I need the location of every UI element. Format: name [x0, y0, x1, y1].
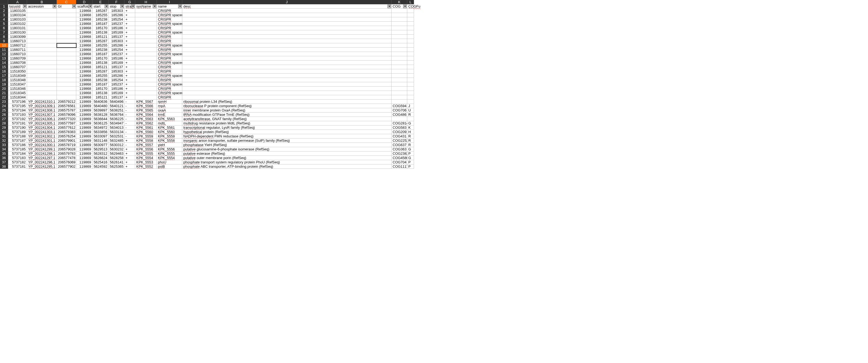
cell-F14[interactable]: 185169 — [109, 61, 124, 65]
cell-J21[interactable] — [182, 91, 392, 95]
cell-K27[interactable] — [392, 117, 407, 121]
cell-A2[interactable]: 11803105 — [8, 9, 27, 13]
cell-F35[interactable]: 5629463 — [109, 151, 124, 156]
cell-I16[interactable]: CRISPR — [157, 69, 182, 73]
row-header-9[interactable]: 9 — [0, 39, 8, 43]
cell-E27[interactable]: 5636644 — [92, 117, 109, 121]
cell-I27[interactable]: KPK_5563 — [157, 117, 182, 121]
cell-B7[interactable] — [27, 30, 57, 35]
row-header-36[interactable]: 36 — [0, 156, 8, 160]
cell-I11[interactable]: CRISPR — [157, 48, 182, 52]
row-header-21[interactable]: 21 — [0, 91, 8, 95]
cell-E5[interactable]: 185187 — [92, 22, 109, 26]
cell-J38[interactable]: phosphate ABC transporter, ATP-binding p… — [182, 164, 392, 169]
cell-F17[interactable]: 185286 — [109, 73, 124, 78]
cell-A22[interactable]: 11518344 — [8, 95, 27, 99]
cell-F28[interactable]: 5634947 — [109, 121, 124, 125]
cell-H19[interactable] — [135, 82, 157, 87]
cell-H37[interactable]: KPK_5553 — [135, 160, 157, 164]
cell-D36[interactable]: 119869 — [76, 156, 92, 160]
cell-C26[interactable]: 206578096 — [57, 113, 76, 117]
cell-K3[interactable] — [392, 13, 407, 17]
cell-I3[interactable]: CRISPR spacer — [157, 13, 182, 17]
cell-G11[interactable]: + — [124, 48, 135, 52]
cell-J25[interactable]: inner membrane protein OxaA (RefSeq) — [182, 108, 392, 113]
cell-L3[interactable] — [407, 13, 414, 17]
cell-K21[interactable] — [392, 91, 407, 95]
cell-K4[interactable] — [392, 17, 407, 22]
cell-I34[interactable]: KPK_5556 — [157, 147, 182, 151]
cell-A13[interactable]: 11660709 — [8, 56, 27, 61]
cell-K20[interactable] — [392, 87, 407, 91]
header-cell-accession[interactable]: accession — [27, 4, 57, 9]
cell-B8[interactable] — [27, 35, 57, 39]
cell-J13[interactable] — [182, 56, 392, 61]
cell-A17[interactable]: 11518349 — [8, 73, 27, 78]
cell-J22[interactable] — [182, 95, 392, 99]
cell-F36[interactable]: 5628258 — [109, 156, 124, 160]
cell-H3[interactable] — [135, 13, 157, 17]
cell-J12[interactable] — [182, 52, 392, 56]
cell-E24[interactable]: 5640480 — [92, 104, 109, 108]
cell-K34[interactable]: COG363 — [392, 147, 407, 151]
cell-K36[interactable]: COG4580 — [392, 156, 407, 160]
cell-G5[interactable]: + — [124, 22, 135, 26]
cell-F7[interactable]: 185169 — [109, 30, 124, 35]
header-cell-name[interactable]: name — [157, 4, 182, 9]
row-header-19[interactable]: 19 — [0, 82, 8, 87]
cell-K33[interactable]: COG637 — [392, 143, 407, 147]
cell-E10[interactable]: 185255 — [92, 43, 109, 48]
cell-D12[interactable]: 119868 — [76, 52, 92, 56]
cell-C13[interactable] — [57, 56, 76, 61]
cell-L27[interactable] — [407, 117, 414, 121]
cell-E35[interactable]: 5628312 — [92, 151, 109, 156]
cell-L33[interactable]: R — [407, 143, 414, 147]
cell-J15[interactable] — [182, 65, 392, 69]
cell-K32[interactable]: COG2252 — [392, 139, 407, 143]
cell-D30[interactable]: 119869 — [76, 130, 92, 134]
cell-K5[interactable] — [392, 22, 407, 26]
cell-D29[interactable]: 119869 — [76, 125, 92, 130]
cell-K28[interactable]: COG2814 — [392, 121, 407, 125]
cell-A20[interactable]: 11518346 — [8, 87, 27, 91]
cell-C10[interactable] — [57, 43, 76, 48]
cell-J36[interactable]: putative outer membrane porin (RefSeq) — [182, 156, 392, 160]
cell-G10[interactable]: + — [124, 43, 135, 48]
row-header-27[interactable]: 27 — [0, 117, 8, 121]
cell-H14[interactable] — [135, 61, 157, 65]
row-header-14[interactable]: 14 — [0, 61, 8, 65]
cell-A24[interactable]: 5737195 — [8, 104, 27, 108]
cell-H26[interactable]: KPK_5564 — [135, 113, 157, 117]
cell-F4[interactable]: 185254 — [109, 17, 124, 22]
cell-C18[interactable] — [57, 78, 76, 82]
cell-E12[interactable]: 185187 — [92, 52, 109, 56]
header-cell-desc[interactable]: desc — [182, 4, 392, 9]
header-cell-COGFu[interactable]: COGFu — [407, 4, 414, 9]
cell-A10[interactable]: 11660712 — [8, 43, 27, 48]
cell-D24[interactable]: 119869 — [76, 104, 92, 108]
cell-H32[interactable]: KPK_5558 — [135, 139, 157, 143]
row-header-35[interactable]: 35 — [0, 151, 8, 156]
cell-B29[interactable]: YP_002241304.1 — [27, 125, 57, 130]
row-header-38[interactable]: 38 — [0, 164, 8, 169]
cell-G33[interactable]: - — [124, 143, 135, 147]
cell-I21[interactable]: CRISPR spacer — [157, 91, 182, 95]
row-header-30[interactable]: 30 — [0, 130, 8, 134]
cell-C4[interactable] — [57, 17, 76, 22]
cell-L2[interactable] — [407, 9, 414, 13]
cell-B30[interactable]: YP_002241303.1 — [27, 130, 57, 134]
cell-B31[interactable]: YP_002241302.1 — [27, 134, 57, 139]
cell-L29[interactable]: K — [407, 125, 414, 130]
cell-D2[interactable]: 119868 — [76, 9, 92, 13]
cell-C8[interactable] — [57, 35, 76, 39]
cell-C24[interactable]: 206576561 — [57, 104, 76, 108]
cell-D27[interactable]: 119869 — [76, 117, 92, 121]
cell-D17[interactable]: 119868 — [76, 73, 92, 78]
cell-B12[interactable] — [27, 52, 57, 56]
cell-F11[interactable]: 185254 — [109, 48, 124, 52]
cell-G6[interactable]: + — [124, 26, 135, 30]
row-header-12[interactable]: 12 — [0, 52, 8, 56]
cell-C23[interactable]: 206579212 — [57, 99, 76, 104]
cell-E18[interactable]: 185238 — [92, 78, 109, 82]
cell-B27[interactable]: YP_002241306.1 — [27, 117, 57, 121]
